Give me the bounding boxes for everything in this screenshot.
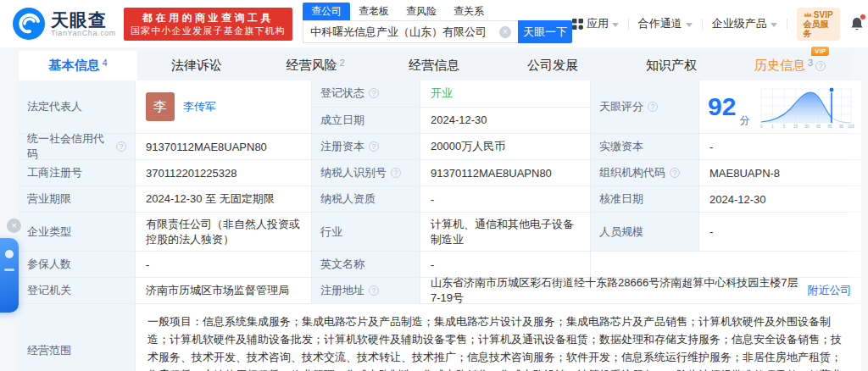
- field-label: 组织机构代码?: [591, 160, 698, 186]
- field-label: 英文名称: [312, 252, 420, 277]
- field-label: 法定代表人: [19, 80, 135, 133]
- empty-cell: [591, 252, 861, 277]
- tab-legal-litigation[interactable]: 法律诉讼: [137, 51, 256, 80]
- english-name-value: -: [420, 252, 590, 277]
- slogan-line1: 都在用的商业查询工具: [131, 12, 286, 25]
- svg-text:50: 50: [805, 125, 810, 129]
- reg-address-value: 山东省济南市历城区彩石街道经十东路28666号济南超算中心科技园主楼7层7-19…: [431, 275, 800, 306]
- tab-company-development[interactable]: 公司发展: [493, 51, 612, 80]
- nav-cooperation[interactable]: 合作通道: [638, 16, 693, 31]
- divider: [702, 19, 703, 30]
- field-label: 参保人数: [19, 252, 135, 277]
- business-scope-value: 一般项目：信息系统集成服务；集成电路芯片及产品制造；集成电路芯片设计及服务；集成…: [136, 304, 861, 371]
- svip-member-badge[interactable]: SVIP 会员服务: [797, 8, 840, 41]
- svg-text:100: 100: [849, 125, 855, 129]
- paid-capital-value: -: [699, 134, 861, 159]
- basic-info-table: 法定代表人 李 李传军 登记状态 ? 开业 成立日期 2024-12-30 天眼…: [19, 80, 849, 371]
- tab-intellectual-property[interactable]: 知识产权: [612, 51, 731, 80]
- help-icon[interactable]: ?: [670, 168, 680, 178]
- help-icon[interactable]: ?: [369, 88, 379, 98]
- tianyan-score-cell[interactable]: 92 分 0 1 5: [699, 80, 861, 133]
- field-label: 纳税人识别号?: [312, 160, 420, 186]
- tab-basic-info[interactable]: 基本信息4: [19, 51, 137, 80]
- field-label: 核准日期: [591, 186, 698, 212]
- business-term-value: 2024-12-30 至 无固定期限: [136, 186, 311, 212]
- field-label: 经营范围: [19, 304, 135, 371]
- legal-rep-link[interactable]: 李传军: [183, 99, 216, 114]
- divider: [787, 19, 787, 30]
- nav-enterprise-products[interactable]: 企业级产品: [712, 16, 777, 31]
- staff-size-value: -: [699, 213, 861, 251]
- chevron-down-icon: [686, 23, 693, 27]
- org-code-value: MAE8UAPN-8: [699, 160, 861, 186]
- help-icon[interactable]: ?: [369, 285, 379, 296]
- help-icon[interactable]: ?: [391, 168, 401, 178]
- nav-apps[interactable]: 应用: [572, 16, 619, 31]
- tab-count: 2: [339, 58, 344, 68]
- field-label: 登记机关: [19, 278, 135, 303]
- help-icon[interactable]: ?: [815, 61, 826, 71]
- help-icon[interactable]: ?: [648, 102, 658, 112]
- svg-text:85: 85: [828, 125, 833, 129]
- industry-value: 计算机、通信和其他电子设备制造业: [420, 213, 590, 251]
- search-module: 查公司 查老板 查风险 查关系 × 天眼一下: [303, 4, 572, 43]
- help-icon[interactable]: ?: [116, 141, 126, 152]
- search-tab-relation[interactable]: 查关系: [445, 3, 492, 20]
- svg-text:95: 95: [839, 125, 844, 129]
- logo-title: 天眼查: [51, 11, 116, 29]
- search-button[interactable]: 天眼一下: [518, 20, 572, 43]
- header-nav: 应用 合作通道 企业级产品 SVIP 会员服务: [572, 8, 868, 41]
- taxpayer-id-value: 91370112MAE8UAPN80: [420, 160, 590, 186]
- svg-text:0: 0: [760, 125, 763, 129]
- section-tabs: 基本信息4 法律诉讼 经营风险2 经营信息 公司发展 知识产权 历史信息3 ? …: [19, 51, 849, 80]
- tab-business-info[interactable]: 经营信息: [375, 51, 493, 80]
- field-label: 统一社会信用代码?: [19, 134, 135, 159]
- promo-widget[interactable]: [0, 238, 19, 313]
- notification-dot: [860, 14, 865, 19]
- field-label: 工商注册号: [19, 160, 135, 186]
- search-tab-risk[interactable]: 查风险: [398, 3, 445, 20]
- field-label: 注册资本?: [312, 134, 420, 159]
- help-icon[interactable]: ?: [369, 141, 379, 152]
- search-input[interactable]: [303, 25, 499, 38]
- notification-bell-icon[interactable]: [849, 16, 865, 31]
- reg-address-cell: 山东省济南市历城区彩石街道经十东路28666号济南超算中心科技园主楼7层7-19…: [420, 278, 861, 303]
- tab-count: 3: [808, 58, 813, 68]
- field-label: 注册地址?: [312, 278, 420, 303]
- search-input-box: ×: [303, 20, 518, 43]
- chevron-down-icon: [771, 23, 777, 27]
- close-icon[interactable]: ×: [7, 219, 21, 233]
- logo-eye-icon: [12, 7, 46, 41]
- top-header: 天眼查 TianYanCha.com 都在用的商业查询工具 国家中小企业发展子基…: [0, 0, 868, 47]
- reg-authority-value: 济南市历城区市场监督管理局: [136, 278, 311, 303]
- nearby-companies-link[interactable]: 附近公司: [807, 283, 851, 298]
- chart-x-ticks: 0 1 5 15 50 65 85 95 100: [760, 125, 855, 129]
- reg-capital-value: 20000万人民币: [420, 134, 590, 159]
- field-label: 成立日期: [312, 108, 420, 134]
- score-value: 92: [708, 94, 736, 119]
- vip-badge: VIP: [811, 47, 829, 56]
- divider: [628, 19, 629, 30]
- tab-history-info[interactable]: 历史信息3 ? VIP: [731, 51, 849, 80]
- field-label: 人员规模: [591, 213, 698, 251]
- logo-domain: TianYanCha.com: [51, 29, 116, 37]
- search-tab-boss[interactable]: 查老板: [350, 3, 398, 20]
- field-label: 纳税人资质: [312, 186, 420, 212]
- tianyancha-logo[interactable]: 天眼查 TianYanCha.com: [12, 7, 116, 41]
- score-distribution-chart: 0 1 5 15 50 65 85 95 100: [756, 84, 856, 130]
- clear-icon[interactable]: ×: [499, 26, 511, 38]
- field-label: 企业类型: [19, 213, 135, 251]
- search-tabs: 查公司 查老板 查风险 查关系: [303, 4, 572, 20]
- avatar[interactable]: 李: [146, 92, 175, 121]
- legal-rep-cell: 李 李传军: [136, 80, 311, 133]
- grid-apps-icon: [572, 19, 583, 30]
- tab-business-risk[interactable]: 经营风险2: [256, 51, 375, 80]
- svg-text:65: 65: [816, 125, 821, 129]
- score-unit: 分: [739, 114, 749, 128]
- est-date-value: 2024-12-30: [420, 108, 590, 134]
- approval-date-value: 2024-12-30: [699, 186, 861, 212]
- field-label: 登记状态 ?: [312, 80, 420, 107]
- chevron-down-icon: [612, 23, 619, 27]
- search-tab-company[interactable]: 查公司: [303, 3, 350, 20]
- reg-number-value: 370112201225328: [136, 160, 311, 186]
